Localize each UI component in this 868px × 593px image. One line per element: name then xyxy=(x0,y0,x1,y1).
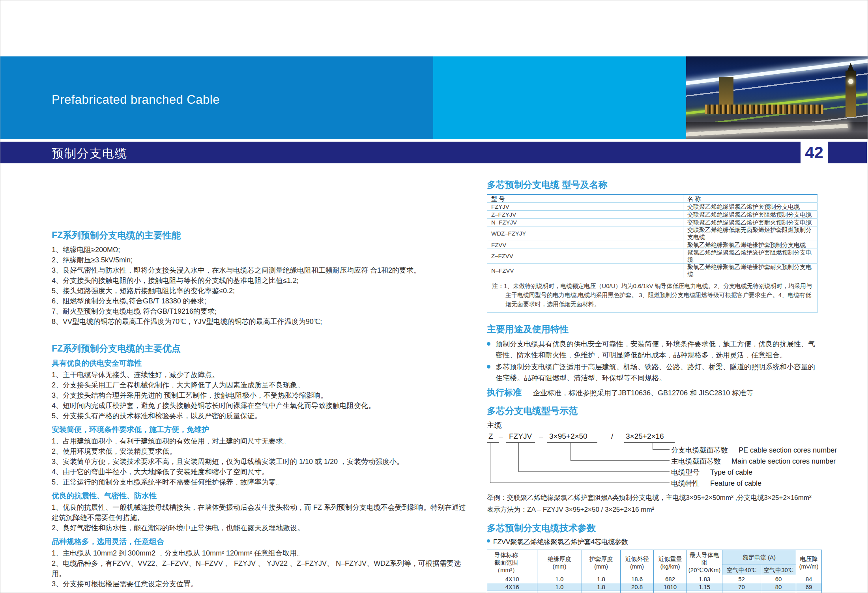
tech-table-body: 4X10 1.0 1.8 18.6 682 1.83 52 60 84 4X16… xyxy=(487,575,822,593)
subtitle-easy-install: 安装简便，环境条件要求低，施工方便，免维护 xyxy=(52,425,466,435)
easy-install-list: 1、占用建筑面积小，有利于建筑面积的有效使用，对土建的间尺寸无要求。2、使用环境… xyxy=(52,436,466,487)
cell-od: 24.7 xyxy=(621,591,654,593)
cell-size: 4X10 xyxy=(487,575,537,583)
table-row: N–FZVV 聚氯乙烯绝缘聚氯乙烯绝缘护套耐火预制分支电缆 xyxy=(487,264,817,278)
page-title-chinese: 预制分支电缆 xyxy=(52,146,127,162)
cell-vdrop: 84 xyxy=(796,575,822,583)
cell-model-name: 聚氯乙烯绝缘聚氯乙烯绝缘护套阻燃预制分支电缆 xyxy=(683,249,817,264)
cell-model-code: N–FZYJV xyxy=(487,219,683,226)
bullet-text: 预制分支电缆具有优良的供电安全可靠性，安装简便，环境条件要求低，施工方便，优良的… xyxy=(496,340,815,359)
variety-list: 1、主电缆从 10mm2 到 300mm2 ，分支电缆从 10mm² 120mm… xyxy=(52,548,466,589)
bullet-dot-icon xyxy=(487,539,490,542)
designation-notation: 表示方法为：ZA – FZYJV 3×95+2×50 / 3×25+2×16 m… xyxy=(487,505,821,515)
callout-label-feature: 电缆特性 Feature of cable xyxy=(671,479,761,488)
navy-title-bar: 预制分支电缆 42 xyxy=(0,142,867,163)
cell-sheath: 1.8 xyxy=(582,575,621,583)
models-table-note: 注：1、未做特别说明时，电缆额定电压（U0/U）均为0.6/1kV 铜导体低压电… xyxy=(487,278,817,313)
photo-victoria-tower xyxy=(719,77,733,106)
subtitle-reliability: 具有优良的供电安全可靠性 xyxy=(52,358,466,369)
formula-main-section: 3×95+2×50 xyxy=(549,432,587,441)
cell-sheath: 1.8 xyxy=(582,591,621,593)
list-item: 7、耐火型预制分支电缆电缆 符合GB/T19216的要求; xyxy=(52,306,466,316)
cell-model-code: Z–FZYJV xyxy=(487,211,683,219)
list-item: 3、安装简单方便，安装技术要求不高，且安装周期短，仅为母线槽安装工时的 1/10… xyxy=(52,456,466,467)
col-sheath-thickness: 护套厚度 (mm) xyxy=(582,550,621,575)
models-table: 型 号 名 称 FZYJV 交联聚乙烯绝缘聚氯乙烯护套预制分支电缆 Z–FZYJ… xyxy=(487,194,817,278)
callout-label-type: 电缆型号 Type of cable xyxy=(671,468,752,477)
formula-dash: – xyxy=(539,432,543,441)
list-item: 4、短时间内完成压模护套，避免了接头接触处铜芯长时间裸露在空气中产生氧化而导致接… xyxy=(52,400,466,411)
photo-big-ben-spire xyxy=(847,63,854,71)
designation-example: 举例：交联聚乙烯绝缘聚氯乙烯护套阻燃A类预制分支电缆，主电缆3×95+2×50m… xyxy=(487,493,821,503)
list-item: 1、主干电缆导体无接头、连续性好，减少了故障点。 xyxy=(52,370,466,380)
tech-params-table: 导体标称 截面范围（mm²） 绝缘厚度 (mm) 护套厚度 (mm) 近似外径 … xyxy=(487,550,822,593)
models-table-body: FZYJV 交联聚乙烯绝缘聚氯乙烯护套预制分支电缆 Z–FZYJV 交联聚乙烯绝… xyxy=(487,203,817,278)
cell-vdrop: 56 xyxy=(796,591,822,593)
section-title-models: 多芯预制分支电缆 型号及名称 xyxy=(487,179,821,191)
main-cable-label: 主缆 xyxy=(487,420,821,430)
table-row: WDZ–FZYJY 交联聚乙烯绝缘低烟无卤聚烯烃护套阻燃预制分支电缆 xyxy=(487,226,817,241)
col-voltage-drop: 电压降 (mV/m) xyxy=(796,550,822,575)
standard-title: 执行标准 xyxy=(487,387,522,397)
underline-main xyxy=(547,442,597,443)
list-item: 5、正常运行的预制分支电缆系统平时不需要任何维护保养，故障率为零。 xyxy=(52,477,466,487)
subtitle-seismic: 优良的抗震性、气密性、防水性 xyxy=(52,491,466,501)
list-item: 1、绝缘电阻≥200MΩ; xyxy=(52,245,466,255)
cell-model-name: 聚氯乙烯绝缘聚氯乙烯绝缘护套预制分支电缆 xyxy=(683,241,817,249)
list-item: 5、接头短路强度大，短路后接触电阻比率的变化率鉴≤0.2; xyxy=(52,286,466,296)
list-item: 3、良好气密性与防水性，即将分支接头浸入水中，在水与电缆芯之间测量绝缘电阻和工频… xyxy=(52,265,466,275)
formula-type: FZYJV xyxy=(509,432,532,441)
models-header-row: 型 号 名 称 xyxy=(487,195,817,203)
table-row: 4X25 1.0 1.8 24.7 1411 0.727 88 101 56 xyxy=(487,591,822,593)
cell-model-name: 交联聚乙烯绝缘聚氯乙烯护套耐火预制分支电缆 xyxy=(683,219,817,226)
callout-zh: 分支电缆截面芯数 xyxy=(671,446,728,454)
callout-line-feature xyxy=(490,443,670,483)
cell-insulation: 1.0 xyxy=(537,575,582,583)
table-row: Z–FZVV 聚氯乙烯绝缘聚氯乙烯绝缘护套阻燃预制分支电缆 xyxy=(487,249,817,264)
cell-model-code: WDZ–FZYJY xyxy=(487,226,683,241)
table-row: 4X10 1.0 1.8 18.6 682 1.83 52 60 84 xyxy=(487,575,822,583)
banner-title-english: Prefabricated branched Cable xyxy=(52,93,220,107)
cell-model-code: FZYJV xyxy=(487,203,683,211)
callout-zh: 电缆特性 xyxy=(671,479,700,487)
list-item: 4、由于它的弯曲半径小，大大地降低了安装难度和缩小了空间尺寸。 xyxy=(52,467,466,477)
table-row: N–FZYJV 交联聚乙烯绝缘聚氯乙烯护套耐火预制分支电缆 xyxy=(487,219,817,226)
cell-insulation: 1.0 xyxy=(537,583,582,591)
bullet-paragraph: 预制分支电缆具有优良的供电安全可靠性，安装简便，环境条件要求低，施工方便，优良的… xyxy=(487,339,821,361)
list-item: 2、分支接头采用工厂全程机械化制作，大大降低了人为因素造成质量不良现象。 xyxy=(52,380,466,390)
cell-current-40: 88 xyxy=(722,591,761,593)
cell-resistance: 0.727 xyxy=(687,591,722,593)
col-approx-od: 近似外径 (mm) xyxy=(621,550,654,575)
bullet-dot-icon xyxy=(487,342,490,346)
callout-en: PE cable section cores number xyxy=(739,446,837,454)
section-title-performance: FZ系列预制分支电缆的主要性能 xyxy=(52,229,466,241)
formula-branch-section: 3×25+2×16 xyxy=(626,432,664,441)
section-title-advantages: FZ系列预制分支电缆的主要优点 xyxy=(52,342,466,355)
callout-label-branch: 分支电缆截面芯数 PE cable section cores number xyxy=(671,445,837,455)
list-item: 2、使用环境要求低，安装精度要求低。 xyxy=(52,446,466,456)
cell-size: 4X16 xyxy=(487,583,537,591)
col-insulation-thickness: 绝缘厚度 (mm) xyxy=(537,550,582,575)
cell-model-name: 交联聚乙烯绝缘聚氯乙烯护套预制分支电缆 xyxy=(683,203,817,211)
cell-insulation: 1.0 xyxy=(537,591,582,593)
table-row: Z–FZYJV 交联聚乙烯绝缘聚氯乙烯护套阻燃预制分支电缆 xyxy=(487,211,817,219)
banner-photo-london-night xyxy=(686,56,868,139)
col-air-40: 空气中40℃ xyxy=(722,565,761,575)
col-approx-weight: 近似重量 (kg/km) xyxy=(654,550,687,575)
cell-current-40: 52 xyxy=(722,575,761,583)
underline-type xyxy=(506,442,535,443)
list-item: 4、分支接头的接触电阻的小，接触电阻与等长的分支线的基准电阻之比值≤1.2; xyxy=(52,275,466,286)
subtitle-variety: 品种规格多，选用灵活，任意组合 xyxy=(52,537,466,547)
cell-current-30: 60 xyxy=(761,575,796,583)
cell-resistance: 1.83 xyxy=(687,575,722,583)
cell-model-name: 聚氯乙烯绝缘聚氯乙烯绝缘护套耐火预制分支电缆 xyxy=(683,264,817,278)
col-max-resistance: 最大导体电阻 (20℃Ω/Km) xyxy=(687,550,722,575)
section-title-usage: 主要用途及使用特性 xyxy=(487,323,821,335)
cell-od: 18.6 xyxy=(621,575,654,583)
designation-diagram: Z – FZYJV – 3×95+2×50 / 3×25+2×16 分支电缆截面… xyxy=(487,432,821,491)
bullet-text: 多芯预制分支电缆广泛适用于高层建筑、机场、铁路、公路、路灯、桥梁、隧道的照明系统… xyxy=(496,363,815,382)
col-rated-current: 额定电流 (A) xyxy=(722,550,796,565)
section-title-designation: 多芯分支电缆型号示范 xyxy=(487,405,821,417)
callout-label-main: 主电缆截面芯数 Main cable section cores number xyxy=(671,456,836,466)
list-item: 2、良好气密性和防水性，能在潮湿的环境中正常供电，也能在露天及埋地敷设。 xyxy=(52,523,466,533)
